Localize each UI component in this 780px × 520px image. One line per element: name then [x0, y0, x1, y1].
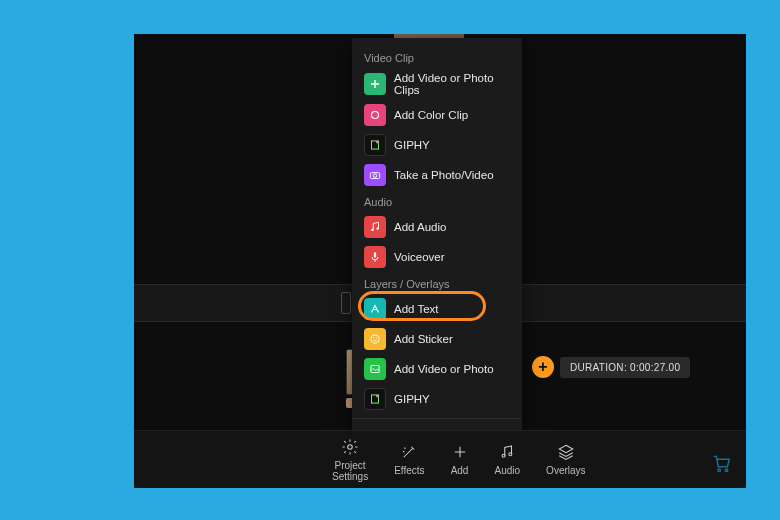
toolbar-audio[interactable]: Audio: [495, 443, 521, 476]
svg-point-0: [372, 112, 379, 119]
toolbar-overlays[interactable]: Overlays: [546, 443, 585, 476]
svg-point-17: [718, 469, 721, 472]
menu-item-giphy[interactable]: GIPHY: [352, 130, 522, 160]
color-circle-icon: [364, 104, 386, 126]
toolbar-label: Effects: [394, 465, 424, 476]
toolbar-label: Add: [451, 465, 469, 476]
bottom-toolbar: ProjectSettings Effects Add Audio Overla…: [134, 430, 746, 488]
timeline-marker[interactable]: [341, 292, 351, 314]
menu-item-add-color-clip[interactable]: Add Color Clip: [352, 100, 522, 130]
svg-point-10: [376, 337, 377, 338]
menu-label: GIPHY: [394, 393, 430, 405]
add-menu-popup: Video Clip Add Video or Photo Clips Add …: [352, 38, 522, 455]
svg-point-5: [371, 229, 373, 231]
menu-item-voiceover[interactable]: Voiceover: [352, 242, 522, 272]
menu-label: Add Video or Photo Clips: [394, 72, 510, 96]
menu-label: Add Audio: [394, 221, 446, 233]
toolbar-label: Audio: [495, 465, 521, 476]
duration-indicator: + DURATION: 0:00:27.00: [532, 356, 690, 378]
music-icon: [498, 443, 516, 461]
menu-label: GIPHY: [394, 139, 430, 151]
add-duration-button[interactable]: +: [532, 356, 554, 378]
duration-label: DURATION:: [570, 362, 627, 373]
menu-section-audio: Audio: [352, 190, 522, 212]
microphone-icon: [364, 246, 386, 268]
menu-label: Add Sticker: [394, 333, 453, 345]
svg-rect-7: [374, 252, 376, 257]
toolbar-label: ProjectSettings: [332, 460, 368, 482]
menu-item-giphy-2[interactable]: GIPHY: [352, 384, 522, 414]
svg-point-15: [502, 454, 505, 457]
menu-label: Add Text: [394, 303, 439, 315]
svg-point-9: [373, 337, 374, 338]
svg-rect-2: [376, 141, 378, 143]
menu-label: Voiceover: [394, 251, 445, 263]
toolbar-project-settings[interactable]: ProjectSettings: [332, 438, 368, 482]
menu-item-take-photo-video[interactable]: Take a Photo/Video: [352, 160, 522, 190]
video-editor-window: + DURATION: 0:00:27.00 Video Clip Add Vi…: [134, 34, 746, 488]
layers-icon: [557, 443, 575, 461]
toolbar-add[interactable]: Add: [451, 443, 469, 476]
menu-item-add-text[interactable]: Add Text: [352, 294, 522, 324]
smiley-icon: [364, 328, 386, 350]
music-note-icon: [364, 216, 386, 238]
menu-label: Take a Photo/Video: [394, 169, 494, 181]
plus-icon: [364, 73, 386, 95]
menu-label: Add Video or Photo: [394, 363, 494, 375]
svg-point-16: [509, 453, 512, 456]
svg-point-18: [725, 469, 728, 472]
plus-icon: [451, 443, 469, 461]
wand-icon: [400, 443, 418, 461]
menu-item-add-sticker[interactable]: Add Sticker: [352, 324, 522, 354]
menu-section-layers: Layers / Overlays: [352, 272, 522, 294]
svg-rect-13: [376, 395, 378, 397]
gear-icon: [341, 438, 359, 456]
toolbar-effects[interactable]: Effects: [394, 443, 424, 476]
svg-point-4: [373, 174, 377, 178]
duration-value: 0:00:27.00: [630, 362, 680, 373]
giphy-icon: [364, 388, 386, 410]
text-icon: [364, 298, 386, 320]
svg-point-8: [371, 335, 379, 343]
duration-pill[interactable]: DURATION: 0:00:27.00: [560, 357, 690, 378]
menu-section-video: Video Clip: [352, 46, 522, 68]
toolbar-label: Overlays: [546, 465, 585, 476]
menu-item-add-video-photo[interactable]: Add Video or Photo: [352, 354, 522, 384]
menu-item-add-audio[interactable]: Add Audio: [352, 212, 522, 242]
camera-icon: [364, 164, 386, 186]
svg-point-14: [348, 444, 353, 449]
image-icon: [364, 358, 386, 380]
giphy-icon: [364, 134, 386, 156]
svg-point-6: [376, 228, 378, 230]
menu-label: Add Color Clip: [394, 109, 468, 121]
cart-icon[interactable]: [708, 452, 734, 478]
menu-item-add-video-photo-clips[interactable]: Add Video or Photo Clips: [352, 68, 522, 100]
